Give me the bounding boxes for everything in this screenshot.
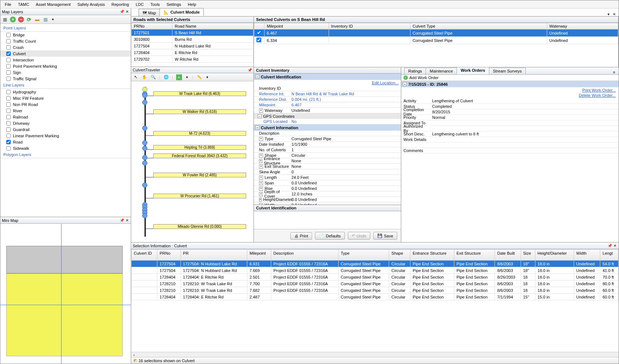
tab-menu-icon[interactable]: ▾	[606, 12, 611, 16]
table-row[interactable]: 6.467Corrugated Steel PipeUndefined	[254, 29, 618, 37]
layer-row[interactable]: Bridge	[0, 32, 131, 38]
property-value[interactable]: 1	[290, 148, 401, 152]
property-value[interactable]: 0.0 Undefined	[290, 186, 401, 191]
culvert-node[interactable]	[142, 183, 147, 188]
table-row[interactable]: 1729702W Ritchie Rd	[132, 56, 253, 63]
layer-checkbox[interactable]	[6, 45, 11, 50]
property-value[interactable]: Corrugated Steel Pipe	[290, 137, 401, 141]
col-roadname[interactable]: Road Name	[172, 23, 253, 29]
layer-checkbox[interactable]	[6, 33, 11, 37]
layer-row[interactable]: Crash	[0, 44, 131, 50]
pin-icon[interactable]: 📌	[120, 218, 124, 223]
menu-safety[interactable]: Safety Analysis	[74, 1, 108, 7]
column-header[interactable]: Date Built	[495, 250, 521, 261]
table-row[interactable]: 17282101728210: W Trask Lake Rd7.700Proj…	[132, 280, 619, 287]
expand-icon[interactable]: +	[259, 159, 262, 163]
menu-ldc[interactable]: LDC	[133, 1, 147, 7]
table-row[interactable]: 1727501S Bean Hill Rd	[132, 29, 253, 36]
layer-checkbox[interactable]	[6, 77, 11, 81]
layer-checkbox[interactable]	[6, 146, 11, 151]
layer-row[interactable]: Culvert	[0, 50, 131, 57]
layer-checkbox[interactable]	[6, 52, 11, 56]
tab-ratings[interactable]: Ratings	[404, 68, 426, 74]
table-row[interactable]: 1727504N Hubbard Lake Rd	[132, 43, 253, 49]
layer-checkbox[interactable]	[6, 140, 11, 144]
col-check[interactable]	[254, 23, 265, 29]
add-icon[interactable]: +	[176, 74, 182, 80]
expand-icon[interactable]: +	[259, 192, 263, 196]
layer-checkbox[interactable]	[6, 64, 11, 68]
col-invid[interactable]: Inventory ID	[329, 23, 410, 29]
layer-checkbox[interactable]	[6, 109, 11, 113]
layer-row[interactable]: Guardrail	[0, 126, 131, 132]
property-value[interactable]: 0.004 mi. (21 ft.)	[290, 97, 401, 102]
culvert-node[interactable]	[142, 213, 147, 218]
col-culvtype[interactable]: Culvert Type	[410, 23, 547, 29]
row-checkbox[interactable]	[256, 38, 261, 42]
column-header[interactable]: Shape	[389, 250, 410, 261]
layer-row[interactable]: Intersection	[0, 57, 131, 63]
collapse-icon[interactable]: −	[258, 114, 262, 118]
dropdown-icon[interactable]: ▾	[185, 75, 189, 79]
table-icon[interactable]: ▤	[42, 17, 48, 22]
layer-row[interactable]: Point Pavement Marking	[0, 63, 131, 69]
layer-row[interactable]: River	[0, 107, 131, 114]
culvert-node[interactable]	[142, 93, 147, 98]
wo-field-value[interactable]: Lengthening of Culvert	[430, 98, 619, 104]
wo-field-value[interactable]: Completed	[430, 104, 619, 109]
culvert-node[interactable]	[142, 160, 147, 166]
print-work-order-link[interactable]: Print Work Order...	[582, 88, 616, 92]
layer-row[interactable]: Sign	[0, 69, 131, 75]
tab-map[interactable]: 🗺 Map	[139, 9, 160, 16]
culvert-node[interactable]	[142, 140, 147, 145]
menu-settings[interactable]: Settings	[164, 1, 184, 7]
gps-located-value[interactable]: No	[290, 119, 401, 124]
table-row[interactable]: 17275041727504: N Hubbard Lake Rd7.669Pr…	[132, 267, 619, 274]
layer-row[interactable]: Misc FW Feature	[0, 95, 131, 101]
tab-maintenance[interactable]: Maintenance	[426, 68, 457, 74]
property-value[interactable]: 6.467	[290, 103, 401, 107]
expand-icon[interactable]: +	[259, 109, 263, 113]
dropdown-icon[interactable]: ▾	[50, 17, 55, 22]
collapse-icon[interactable]: −	[403, 82, 407, 86]
close-icon[interactable]: ✕	[613, 244, 617, 248]
property-value[interactable]: N Bean Hill Rd & W Trask Lake Rd	[290, 92, 401, 96]
layer-checkbox[interactable]	[6, 121, 11, 126]
property-value[interactable]: Circular	[290, 153, 401, 158]
wo-field-value[interactable]	[430, 126, 619, 131]
col-milepoint[interactable]: Milepoint	[265, 23, 329, 29]
table-row[interactable]: 3010800Burns Rd	[132, 36, 253, 43]
pin-icon[interactable]: 📌	[248, 68, 252, 72]
table-row[interactable]: 17275041727504: N Hubbard Lake Rd6.931Pr…	[132, 261, 619, 267]
layer-checkbox[interactable]	[6, 90, 11, 94]
layer-row[interactable]: Traffic Count	[0, 38, 131, 44]
expand-icon[interactable]: +	[259, 165, 263, 169]
layer-row[interactable]: Linear Pavement Marking	[0, 132, 131, 139]
wo-field-value[interactable]	[430, 142, 619, 148]
property-value[interactable]: Undefined	[290, 108, 401, 113]
column-header[interactable]: Lengt	[600, 250, 619, 261]
tab-work-orders[interactable]: Work Orders	[457, 67, 489, 74]
layer-checkbox[interactable]	[6, 58, 11, 62]
layer-checkbox[interactable]	[6, 96, 11, 100]
menu-reporting[interactable]: Reporting	[108, 1, 132, 7]
column-header[interactable]: Width	[574, 250, 600, 261]
column-header[interactable]: Milepoint	[247, 250, 271, 261]
globe-icon[interactable]: 🌐	[163, 74, 169, 80]
undo-button[interactable]: ↶Undo	[348, 232, 370, 240]
table-row[interactable]: 17284041728404: E Ritchie Rd2.487Corruga…	[132, 294, 619, 300]
column-header[interactable]: PR	[181, 250, 247, 261]
layer-row[interactable]: Traffic Signal	[0, 75, 131, 82]
menu-asset[interactable]: Asset Management	[33, 1, 74, 7]
pin-icon[interactable]: 📌	[608, 244, 612, 248]
layer-checkbox[interactable]	[6, 70, 11, 75]
table-row[interactable]: 17284041728404: E Ritchie Rd2.501Project…	[132, 274, 619, 280]
column-header[interactable]: Entrance Structure	[410, 250, 454, 261]
layer-row[interactable]: Hydrography	[0, 89, 131, 95]
wo-field-value[interactable]	[430, 137, 619, 142]
wo-field-value[interactable]: Lengthening culvert to 8 ft	[430, 131, 619, 137]
property-value[interactable]: 24.0 Feet	[290, 175, 401, 180]
menu-tools[interactable]: Tools	[147, 1, 163, 7]
property-value[interactable]: None	[290, 164, 401, 169]
col-waterway[interactable]: Waterway	[547, 23, 618, 29]
